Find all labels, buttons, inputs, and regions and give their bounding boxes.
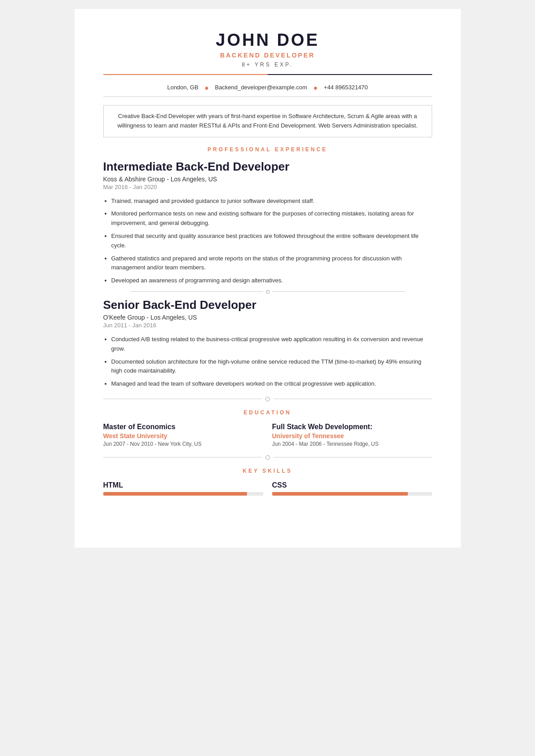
skills-divider-right [274, 457, 432, 457]
edu-divider-right [274, 399, 432, 399]
edu-2-dates: Jun 2004 - Mar 2006 - Tennessee Ridge, U… [272, 441, 432, 447]
summary-text: Creative Back-End Developer with years o… [117, 113, 417, 129]
job-2-dates: Jun 2011 - Jan 2016 [103, 322, 432, 329]
job-2-bullet-3: Managed and lead the team of software de… [111, 379, 432, 389]
top-divider [103, 74, 432, 75]
dot-2: ● [314, 84, 318, 92]
job-1-bullet-2: Monitored performance tests on new and e… [111, 209, 432, 228]
edu-2: Full Stack Web Development: University o… [272, 423, 432, 447]
job-2: Senior Back-End Developer O'Keefe Group … [103, 298, 432, 389]
contact-phone: +44 8965321470 [324, 84, 368, 91]
education-section: EDUCATION Master of Economics West State… [103, 409, 432, 447]
skills-section: KEY SKILLS HTML CSS [103, 468, 432, 496]
jobs-divider-left [130, 291, 263, 292]
experience-section-title: PROFESSIONAL EXPERIENCE [103, 146, 432, 153]
contact-location: London, GB [167, 84, 198, 91]
divider-left-line [103, 74, 268, 75]
job-1-bullet-5: Developed an awareness of programming an… [111, 276, 432, 286]
edu-divider-left [103, 399, 262, 399]
edu-1: Master of Economics West State Universit… [103, 423, 263, 447]
skill-1-name: HTML [103, 481, 263, 489]
jobs-divider [130, 290, 405, 294]
skill-2-bar-fill [272, 492, 408, 496]
edu-2-degree: Full Stack Web Development: [272, 423, 432, 431]
edu-2-location-sep: - [323, 441, 327, 447]
candidate-title: BACKEND DEVELOPER [103, 52, 432, 59]
job-2-company: O'Keefe Group - Los Angeles, US [103, 314, 432, 321]
education-section-title: EDUCATION [103, 409, 432, 416]
edu-2-school: University of Tennessee [272, 432, 432, 440]
contact-email: Backend_developer@example.com [215, 84, 307, 91]
candidate-name: JOHN DOE [103, 31, 432, 50]
education-grid: Master of Economics West State Universit… [103, 423, 432, 447]
skill-2-bar-bg [272, 492, 432, 496]
job-1: Intermediate Back-End Developer Koss & A… [103, 160, 432, 286]
skills-grid: HTML CSS [103, 481, 432, 496]
job-1-title: Intermediate Back-End Developer [103, 160, 432, 174]
jobs-divider-right [272, 291, 405, 292]
contact-bar: London, GB ● Backend_developer@example.c… [103, 79, 432, 97]
skill-1-bar-fill [103, 492, 247, 496]
experience-section: PROFESSIONAL EXPERIENCE Intermediate Bac… [103, 146, 432, 389]
skill-2: CSS [272, 481, 432, 496]
job-1-bullet-1: Trained, managed and provided guidance t… [111, 197, 432, 206]
skills-divider-circle [265, 455, 270, 460]
skill-2-name: CSS [272, 481, 432, 489]
skill-1-bar-bg [103, 492, 263, 496]
job-1-bullet-4: Gathered statistics and prepared and wro… [111, 254, 432, 273]
job-1-company: Koss & Abshire Group - Los Angeles, US [103, 176, 432, 183]
skills-section-title: KEY SKILLS [103, 468, 432, 474]
job-1-bullets: Trained, managed and provided guidance t… [111, 197, 432, 286]
edu-1-school: West State University [103, 432, 263, 440]
job-2-bullets: Conducted A/B testing related to the bus… [111, 335, 432, 389]
skills-divider [103, 455, 432, 460]
skills-divider-left [103, 457, 262, 457]
edu-1-degree: Master of Economics [103, 423, 263, 431]
edu-1-dates: Jun 2007 - Nov 2010 - New York City, US [103, 441, 263, 447]
candidate-experience: 8+ YRS EXP. [103, 62, 432, 68]
edu-divider-circle [265, 397, 270, 401]
job-1-dates: Mar 2016 - Jan 2020 [103, 184, 432, 190]
resume-container: JOHN DOE BACKEND DEVELOPER 8+ YRS EXP. L… [75, 9, 461, 548]
divider-right-line [268, 74, 432, 75]
skill-1: HTML [103, 481, 263, 496]
jobs-divider-circle [266, 290, 270, 294]
education-divider [103, 397, 432, 401]
edu-1-location-sep: - [155, 441, 158, 447]
header-section: JOHN DOE BACKEND DEVELOPER 8+ YRS EXP. [103, 31, 432, 68]
job-2-bullet-1: Conducted A/B testing related to the bus… [111, 335, 432, 354]
job-2-bullet-2: Documented solution architecture for the… [111, 357, 432, 376]
job-1-bullet-3: Ensured that security and quality assura… [111, 232, 432, 251]
dot-1: ● [204, 84, 209, 92]
summary-box: Creative Back-End Developer with years o… [103, 105, 432, 137]
job-2-title: Senior Back-End Developer [103, 298, 432, 312]
